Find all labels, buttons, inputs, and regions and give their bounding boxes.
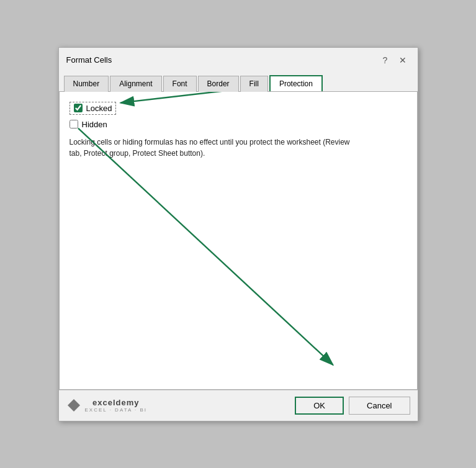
svg-marker-2: [68, 399, 80, 412]
tab-alignment[interactable]: Alignment: [110, 76, 161, 92]
tab-protection[interactable]: Protection: [269, 75, 323, 91]
hidden-checkbox[interactable]: [70, 120, 78, 128]
format-cells-dialog: Format Cells ? ✕ Number Alignment Font B…: [58, 47, 418, 421]
brand-icon: [66, 398, 81, 413]
title-bar-buttons: ? ✕: [378, 53, 410, 68]
brand-name: exceldemy: [85, 398, 148, 407]
brand-sub: EXCEL · DATA · BI: [85, 407, 148, 413]
protection-description: Locking cells or hiding formulas has no …: [70, 137, 355, 159]
tab-font[interactable]: Font: [163, 76, 197, 92]
tabs-container: Number Alignment Font Border Fill Protec…: [59, 70, 418, 92]
tab-content-protection: Locked Hidden Locking cells or hiding fo…: [59, 92, 418, 390]
help-button[interactable]: ?: [378, 53, 393, 68]
dialog-title: Format Cells: [66, 55, 112, 65]
footer-buttons: OK Cancel: [295, 397, 410, 415]
hidden-label: Hidden: [82, 120, 107, 129]
brand: exceldemy EXCEL · DATA · BI: [66, 398, 148, 413]
dialog-footer: exceldemy EXCEL · DATA · BI OK Cancel: [59, 390, 418, 421]
locked-label: Locked: [86, 104, 112, 113]
cancel-button[interactable]: Cancel: [349, 397, 410, 415]
close-button[interactable]: ✕: [395, 53, 410, 68]
tab-fill[interactable]: Fill: [240, 76, 268, 92]
tab-number[interactable]: Number: [64, 76, 109, 92]
title-bar: Format Cells ? ✕: [59, 48, 418, 68]
tab-border[interactable]: Border: [198, 76, 239, 92]
locked-checkbox[interactable]: [74, 104, 83, 112]
hidden-row: Hidden: [70, 120, 407, 129]
ok-button[interactable]: OK: [295, 397, 344, 415]
locked-row: Locked: [70, 102, 117, 115]
